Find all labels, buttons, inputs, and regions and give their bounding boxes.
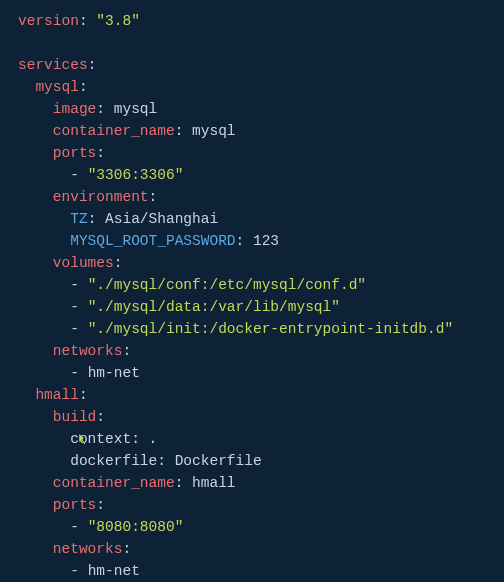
key-ports-hmall: ports: [53, 497, 97, 513]
key-ports: ports: [53, 145, 97, 161]
key-container-name: container_name: [53, 123, 175, 139]
env-rootpw-key: MYSQL_ROOT_PASSWORD: [70, 233, 235, 249]
env-tz-val: Asia/Shanghai: [105, 211, 218, 227]
hmall-port-0: "8080:8080": [88, 519, 184, 535]
key-container-name-hmall: container_name: [53, 475, 175, 491]
val-dockerfile: Dockerfile: [175, 453, 262, 469]
val-version: "3.8": [96, 13, 140, 29]
key-dockerfile: dockerfile: [70, 453, 157, 469]
hmall-net-0: hm-net: [88, 563, 140, 579]
mysql-net-0: hm-net: [88, 365, 140, 381]
key-version: version: [18, 13, 79, 29]
key-networks: networks: [53, 343, 123, 359]
key-build: build: [53, 409, 97, 425]
mysql-vol-0: "./mysql/conf:/etc/mysql/conf.d": [88, 277, 366, 293]
mysql-vol-1: "./mysql/data:/var/lib/mysql": [88, 299, 340, 315]
key-services: services: [18, 57, 88, 73]
mysql-vol-2: "./mysql/init:/docker-entrypoint-initdb.…: [88, 321, 453, 337]
val-context: .: [149, 431, 158, 447]
service-mysql: mysql: [35, 79, 79, 95]
code-block: version: "3.8" services: mysql: image: m…: [0, 0, 504, 582]
key-volumes: volumes: [53, 255, 114, 271]
val-container-name: mysql: [192, 123, 236, 139]
env-tz-key: TZ: [70, 211, 87, 227]
key-environment: environment: [53, 189, 149, 205]
key-networks-hmall: networks: [53, 541, 123, 557]
service-hmall: hmall: [35, 387, 79, 403]
mysql-port-0: "3306:3306": [88, 167, 184, 183]
key-context: context: [70, 428, 131, 450]
env-rootpw-val: 123: [253, 233, 279, 249]
val-image: mysql: [114, 101, 158, 117]
val-container-name-hmall: hmall: [192, 475, 236, 491]
key-image: image: [53, 101, 97, 117]
